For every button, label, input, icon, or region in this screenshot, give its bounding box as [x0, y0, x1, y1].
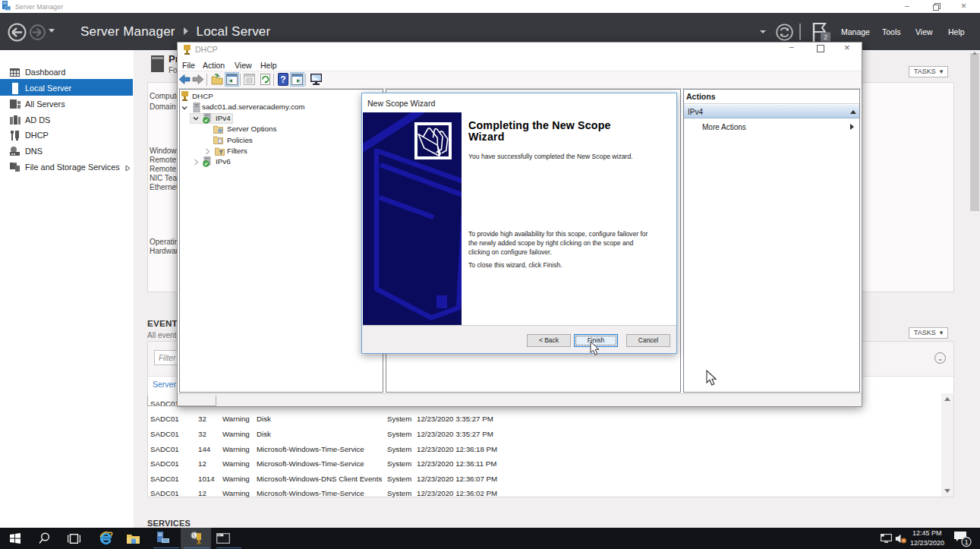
svg-text:2: 2: [824, 33, 827, 41]
svg-text:1: 1: [965, 538, 969, 546]
svg-text:?: ?: [280, 74, 285, 85]
